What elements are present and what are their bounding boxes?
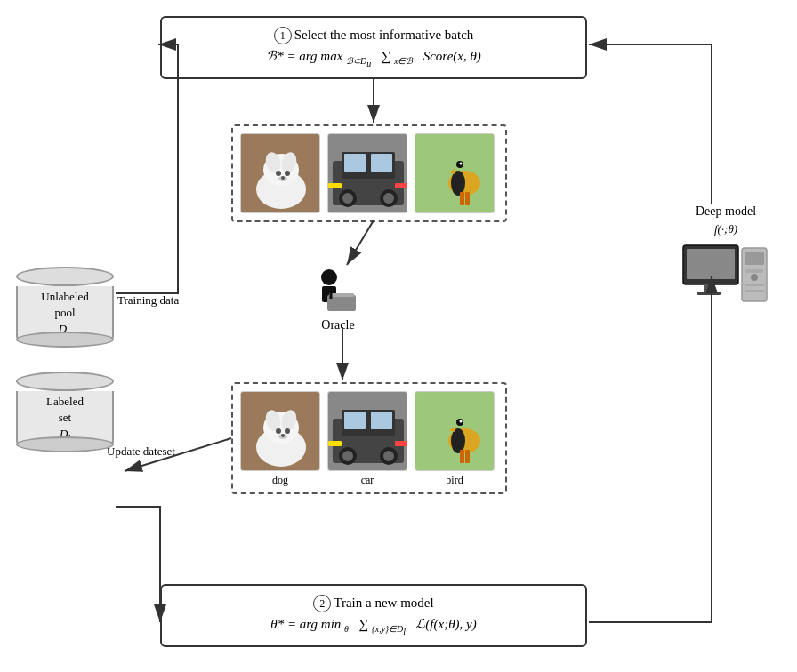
- svg-point-59: [460, 420, 463, 423]
- step1-circle-num: 1: [274, 27, 292, 44]
- svg-rect-66: [697, 292, 721, 295]
- step2-formula-lhs: θ* = arg min: [270, 617, 341, 631]
- oracle-icon: [311, 267, 365, 316]
- oracle-section: Oracle: [311, 267, 365, 332]
- step1-formula: ℬ* = arg max ℬ⊂Du ∑ x∈ℬ Score(x, θ): [178, 48, 569, 68]
- labeled-dog-label: dog: [240, 474, 320, 487]
- svg-point-5: [276, 171, 281, 176]
- labeled-image-car: [327, 391, 407, 471]
- labeled-batch-images: dog: [240, 391, 498, 487]
- cylinder-top-labeled: [16, 372, 114, 391]
- batch-image-bird: [415, 133, 495, 213]
- labeled-bird-label: bird: [415, 474, 495, 487]
- step2-formula: θ* = arg min θ ∑ {x,y}∈Dl ℒ(f(x;θ), y): [178, 616, 569, 636]
- svg-point-40: [285, 428, 290, 434]
- deep-model-formula: f(·;θ): [714, 222, 737, 236]
- computer-icon: [681, 244, 770, 310]
- svg-rect-71: [745, 290, 764, 292]
- step2-formula-rhs: ℒ(f(x;θ), y): [415, 617, 476, 631]
- svg-point-69: [751, 274, 758, 281]
- batch-image-car: [327, 133, 407, 213]
- deep-model-label: Deep model: [696, 204, 756, 219]
- svg-rect-64: [687, 249, 735, 279]
- svg-point-6: [285, 171, 290, 176]
- svg-point-23: [451, 171, 465, 196]
- svg-rect-53: [395, 441, 407, 446]
- svg-rect-28: [465, 192, 470, 205]
- labeled-image-car-container: car: [327, 391, 407, 487]
- svg-rect-27: [460, 192, 464, 205]
- cylinder-bottom-unlabeled: [16, 332, 114, 348]
- svg-point-49: [342, 451, 353, 461]
- svg-rect-47: [371, 412, 392, 429]
- svg-point-39: [276, 428, 281, 434]
- training-data-label: Training data: [117, 293, 179, 308]
- svg-point-51: [383, 451, 394, 461]
- svg-point-57: [451, 428, 465, 453]
- step2-formula-sub: θ: [344, 624, 349, 634]
- labeled-batch-box: dog: [231, 382, 507, 494]
- step1-title: 1Select the most informative batch: [178, 27, 569, 44]
- svg-point-17: [383, 193, 394, 204]
- batch-image-dog: [240, 133, 320, 213]
- svg-rect-61: [460, 450, 464, 463]
- svg-rect-52: [328, 441, 342, 446]
- labeled-image-bird: [415, 391, 495, 471]
- unlabeled-pool-cylinder: Unlabeled pool Du: [16, 267, 114, 348]
- cylinder-top-unlabeled: [16, 267, 114, 286]
- labeled-set-cylinder: Labeled set Dl: [16, 372, 114, 452]
- svg-line-76: [347, 220, 374, 265]
- step2-box: 2Train a new model θ* = arg min θ ∑ {x,y…: [160, 584, 587, 647]
- unlabeled-pool-group: Unlabeled pool Du: [16, 267, 114, 348]
- svg-point-8: [281, 176, 285, 180]
- svg-point-15: [342, 193, 353, 204]
- step1-formula-lhs: ℬ* = arg max: [266, 49, 342, 63]
- labeled-image-bird-container: bird: [415, 391, 495, 487]
- svg-rect-72: [745, 269, 763, 273]
- svg-rect-18: [328, 183, 342, 188]
- arrows-overlay: [0, 0, 797, 672]
- update-dataset-label: Update dateset: [107, 444, 175, 459]
- labeled-image-dog: [240, 391, 320, 471]
- deep-model-section: Deep model f(·;θ): [681, 204, 770, 310]
- left-cylinders: Unlabeled pool Du Labeled set Dl: [16, 267, 114, 452]
- svg-point-29: [321, 269, 337, 285]
- oracle-label: Oracle: [321, 318, 354, 332]
- step1-formula-rhs: Score(x, θ): [423, 49, 481, 63]
- diagram-container: 1Select the most informative batch ℬ* = …: [0, 0, 797, 672]
- svg-rect-68: [745, 252, 764, 265]
- svg-rect-70: [745, 284, 764, 286]
- step2-formula-sum-sub: {x,y}∈Dl: [372, 624, 406, 634]
- step1-box: 1Select the most informative batch ℬ* = …: [160, 16, 587, 79]
- step2-title: 2Train a new model: [178, 595, 569, 612]
- step1-formula-sum: ∑: [382, 49, 391, 63]
- step2-circle-num: 2: [313, 595, 331, 612]
- svg-rect-12: [344, 154, 366, 172]
- batch-images-box: [231, 124, 507, 222]
- labeled-car-label: car: [327, 474, 407, 487]
- svg-rect-65: [704, 284, 713, 292]
- svg-point-42: [281, 434, 285, 437]
- svg-rect-13: [371, 154, 392, 172]
- labeled-image-dog-container: dog: [240, 391, 320, 487]
- labeled-set-group: Labeled set Dl: [16, 372, 114, 452]
- svg-rect-32: [329, 293, 354, 297]
- svg-rect-46: [344, 412, 366, 429]
- step1-formula-sub: ℬ⊂Du: [346, 56, 371, 66]
- svg-rect-19: [395, 183, 407, 188]
- step2-formula-sum: ∑: [358, 617, 368, 631]
- svg-rect-62: [465, 450, 470, 463]
- step1-formula-sum-sub: x∈ℬ: [394, 56, 413, 66]
- svg-point-25: [460, 163, 463, 165]
- cylinder-bottom-labeled: [16, 436, 114, 452]
